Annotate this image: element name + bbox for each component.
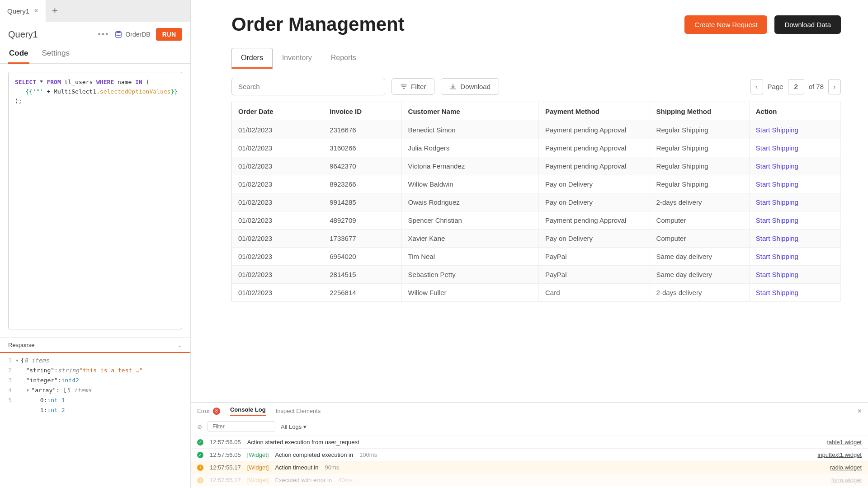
download-button[interactable]: Download: [441, 78, 499, 95]
run-button[interactable]: RUN: [156, 28, 182, 41]
close-icon[interactable]: ×: [34, 7, 38, 15]
table-row[interactable]: 01/02/20232316676Benedict SimonPayment p…: [232, 121, 841, 139]
chevron-down-icon[interactable]: ▾: [15, 356, 19, 366]
start-shipping-link[interactable]: Start Shipping: [756, 235, 798, 242]
cell-shipping: Same day delivery: [650, 248, 749, 266]
start-shipping-link[interactable]: Start Shipping: [756, 289, 798, 296]
prev-page-button[interactable]: ‹: [750, 79, 763, 94]
log-message: Action started execution from user_reque…: [247, 439, 359, 446]
create-request-button[interactable]: Create New Request: [684, 15, 767, 34]
cell-invoice: 8923266: [323, 175, 401, 193]
start-shipping-link[interactable]: Start Shipping: [756, 198, 798, 206]
cell-payment: Pay on Delivery: [538, 230, 650, 248]
tab-code[interactable]: Code: [8, 44, 29, 64]
cell-action: Start Shipping: [749, 284, 840, 302]
cell-shipping: 2-days delivery: [650, 193, 749, 211]
tab-reports[interactable]: Reports: [321, 48, 366, 69]
cell-invoice: 1733677: [323, 230, 401, 248]
log-row[interactable]: ✓12:57:56.05[Widget]Action completed exe…: [191, 448, 868, 461]
datasource-name[interactable]: OrderDB: [125, 31, 150, 38]
log-widget-link[interactable]: inputtext1.widget: [817, 451, 862, 458]
col-action[interactable]: Action: [749, 102, 840, 121]
cell-payment: Card: [538, 284, 650, 302]
tab-inventory[interactable]: Inventory: [273, 48, 321, 69]
table-row[interactable]: 01/02/20236954020Tim NealPayPalSame day …: [232, 248, 841, 266]
cell-invoice: 2316676: [323, 121, 401, 139]
response-json: 1▾{ 8 items 2 "string" : string "this is…: [0, 353, 190, 488]
cell-invoice: 6954020: [323, 248, 401, 266]
close-icon[interactable]: ×: [858, 407, 862, 415]
start-shipping-link[interactable]: Start Shipping: [756, 253, 798, 260]
orders-table: Order Date Invoice ID Customer Name Paym…: [231, 102, 841, 302]
cell-action: Start Shipping: [749, 175, 840, 193]
chevron-down-icon[interactable]: ⌄: [177, 342, 182, 348]
cell-payment: Payment pending Approval: [538, 157, 650, 175]
tab-settings[interactable]: Settings: [41, 44, 71, 63]
table-row[interactable]: 01/02/20234892709Spencer ChristianPaymen…: [232, 211, 841, 230]
log-widget-link[interactable]: form.widget: [831, 477, 862, 483]
log-row[interactable]: !12:57:55.17[Widget]Action timeout in90m…: [191, 461, 868, 474]
download-data-button[interactable]: Download Data: [774, 15, 841, 34]
log-level-dropdown[interactable]: All Logs ▾: [281, 423, 307, 430]
log-message: Action completed execution in: [275, 451, 353, 458]
table-row[interactable]: 01/02/20232256814Willow FullerCard2-days…: [232, 284, 841, 302]
cell-action: Start Shipping: [749, 248, 840, 266]
tab-orders[interactable]: Orders: [231, 48, 273, 69]
table-row[interactable]: 01/02/20239642370Victoria FernandezPayme…: [232, 157, 841, 175]
chevron-down-icon[interactable]: ▾: [26, 385, 29, 395]
page-total: of 78: [809, 83, 824, 90]
tab-inspect-elements[interactable]: Inspect Elements: [276, 408, 321, 414]
add-tab-button[interactable]: +: [46, 5, 64, 17]
cell-invoice: 4892709: [323, 211, 401, 230]
query-header: Query1 ••• OrderDB RUN: [0, 22, 190, 44]
start-shipping-link[interactable]: Start Shipping: [756, 271, 798, 278]
log-time: 12:57:56.05: [210, 451, 241, 458]
log-widget-link[interactable]: radio.widget: [830, 464, 862, 471]
tab-label: Query1: [7, 7, 29, 15]
log-filter-input[interactable]: [208, 421, 275, 432]
more-icon[interactable]: •••: [98, 30, 109, 39]
next-page-button[interactable]: ›: [828, 79, 841, 94]
log-tag: [Widget]: [247, 451, 269, 458]
log-row[interactable]: ✓12:57:56.05Action started execution fro…: [191, 436, 868, 448]
response-header[interactable]: Response ⌄: [0, 338, 190, 353]
table-row[interactable]: 01/02/20232814515Sebastien PettyPayPalSa…: [232, 266, 841, 284]
table-row[interactable]: 01/02/20238923266Willow BaldwinPay on De…: [232, 175, 841, 193]
start-shipping-link[interactable]: Start Shipping: [756, 180, 798, 188]
col-order-date[interactable]: Order Date: [232, 102, 323, 121]
cell-shipping: Computer: [650, 211, 749, 230]
start-shipping-link[interactable]: Start Shipping: [756, 126, 798, 134]
status-icon: ✓: [197, 452, 203, 458]
tab-error[interactable]: Error 8: [197, 408, 220, 415]
cell-action: Start Shipping: [749, 193, 840, 211]
start-shipping-link[interactable]: Start Shipping: [756, 162, 798, 170]
log-message: Action timeout in: [275, 464, 318, 471]
query-tab[interactable]: Query1 ×: [0, 0, 46, 22]
tab-console-log[interactable]: Console Log: [230, 406, 266, 416]
content-tabs: Orders Inventory Reports: [231, 48, 841, 69]
col-payment-method[interactable]: Payment Method: [538, 102, 650, 121]
page-number-input[interactable]: [788, 79, 804, 94]
col-customer-name[interactable]: Customer Name: [401, 102, 538, 121]
cell-customer: Victoria Fernandez: [401, 157, 538, 175]
filter-button[interactable]: Filter: [392, 78, 434, 95]
log-row[interactable]: !12:57:55.17[Widget]Executed with error …: [191, 474, 868, 486]
start-shipping-link[interactable]: Start Shipping: [756, 144, 798, 152]
start-shipping-link[interactable]: Start Shipping: [756, 216, 798, 224]
clear-logs-icon[interactable]: ⊘: [197, 423, 202, 430]
cell-shipping: Regular Shipping: [650, 139, 749, 157]
log-time: 12:57:56.05: [210, 439, 241, 446]
cell-date: 01/02/2023: [232, 139, 323, 157]
table-row[interactable]: 01/02/20231733677Xavier KanePay on Deliv…: [232, 230, 841, 248]
table-row[interactable]: 01/02/20239914285Owais RodriguezPay on D…: [232, 193, 841, 211]
search-input[interactable]: [231, 78, 385, 95]
table-row[interactable]: 01/02/20233160266Julia RodgersPayment pe…: [232, 139, 841, 157]
cell-date: 01/02/2023: [232, 266, 323, 284]
col-invoice-id[interactable]: Invoice ID: [323, 102, 401, 121]
cell-payment: PayPal: [538, 266, 650, 284]
cell-date: 01/02/2023: [232, 284, 323, 302]
log-widget-link[interactable]: table1.widget: [827, 439, 862, 446]
filter-icon: [400, 83, 407, 90]
sql-editor[interactable]: SELECT * FROM tl_users WHERE name IN ( {…: [8, 72, 182, 329]
col-shipping-method[interactable]: Shipping Method: [650, 102, 749, 121]
